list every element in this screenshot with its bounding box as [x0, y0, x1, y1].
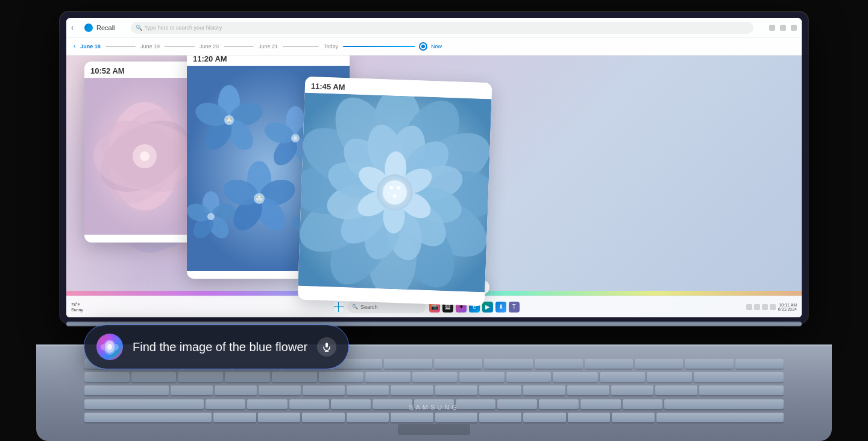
laptop-brand-label: SAMSUNG: [409, 404, 459, 411]
timeline-back-arrow[interactable]: ‹: [74, 43, 75, 49]
key-backtick: [84, 372, 130, 382]
timestamp-1120: 11:20 AM: [187, 56, 350, 66]
start-button[interactable]: [334, 302, 344, 312]
copilot-icon: [96, 334, 123, 360]
search-icon: 🔍: [136, 25, 142, 31]
screenshot-card-1145[interactable]: 11:45 AM: [298, 77, 492, 306]
key-b: [391, 413, 433, 422]
key-m: [479, 413, 521, 422]
svg-rect-91: [326, 343, 328, 347]
key-s: [247, 399, 287, 409]
taskbar-store-icon[interactable]: ⬇: [495, 302, 506, 313]
timeline-date-june18[interactable]: June 18: [80, 43, 101, 49]
svg-point-17: [230, 118, 232, 120]
timeline-current-position: [420, 43, 426, 49]
systray-icon-4: [770, 304, 776, 310]
key-1: [131, 372, 177, 382]
key-r: [303, 385, 345, 395]
key-lshift: [84, 413, 212, 422]
svg-point-33: [257, 197, 259, 198]
systray-icon-3: [762, 304, 768, 310]
maximize-button[interactable]: [780, 25, 786, 31]
start-icon-sq1: [334, 302, 339, 307]
recall-search-bar[interactable]: 🔍 Type here to search your history: [131, 22, 753, 34]
key-6: [365, 372, 410, 382]
timeline-date-today[interactable]: Today: [324, 43, 338, 49]
laptop-screen-frame: ‹ Recall 🔍 Type here to search your hist…: [60, 12, 808, 323]
key-7: [412, 372, 458, 382]
svg-point-41: [207, 213, 215, 220]
key-o: [523, 385, 565, 395]
key-u: [435, 385, 477, 395]
key-9: [506, 372, 552, 382]
systray-icon-1: [746, 304, 752, 310]
key-8: [459, 372, 505, 382]
search-placeholder: Type here to search your history: [145, 25, 222, 31]
svg-point-7: [140, 151, 149, 161]
taskbar-search-icon: 🔍: [352, 304, 358, 309]
screen-display: ‹ Recall 🔍 Type here to search your hist…: [66, 18, 802, 317]
timeline-segment-2: [165, 46, 195, 47]
key-f6: [434, 359, 482, 369]
svg-point-18: [228, 121, 230, 123]
key-equals: [647, 372, 692, 382]
key-j: [456, 399, 495, 409]
svg-point-25: [294, 136, 297, 140]
key-f11: [685, 359, 733, 369]
key-f7: [484, 359, 532, 369]
key-comma: [523, 413, 565, 422]
timeline-date-june21[interactable]: June 21: [259, 43, 278, 49]
key-slash: [612, 413, 654, 422]
key-lbracket: [611, 385, 653, 395]
timeline-date-june20[interactable]: June 20: [200, 43, 219, 49]
key-c: [302, 413, 344, 422]
timeline-segment-3: [224, 46, 254, 47]
taskbar-teams-icon[interactable]: T: [509, 302, 520, 313]
key-f8: [535, 359, 583, 369]
timeline-date-june19[interactable]: June 19: [140, 43, 160, 49]
timeline-segment-blue: [343, 46, 415, 47]
key-y: [391, 385, 433, 395]
system-tray: [746, 304, 776, 310]
key-2: [178, 372, 223, 382]
start-icon-sq4: [339, 307, 344, 312]
voice-mic-button[interactable]: [317, 337, 336, 357]
key-w: [215, 385, 257, 395]
key-enter2: [664, 399, 784, 409]
key-f: [331, 399, 371, 409]
laptop-touchpad[interactable]: [398, 424, 470, 435]
timeline-bar: ‹ June 18 June 19 June 20 June 21 Today …: [66, 37, 802, 56]
taskbar-app5-icon[interactable]: ▶: [482, 302, 493, 313]
key-5: [319, 372, 364, 382]
taskbar-search-placeholder: Search: [360, 304, 378, 310]
minimize-button[interactable]: [769, 25, 775, 31]
voice-search-bar[interactable]: Find the image of the blue flower: [84, 325, 348, 369]
keyboard-row-3: [84, 385, 784, 396]
recall-app-title: Recall: [96, 24, 115, 31]
keyboard-row-2: [84, 372, 784, 382]
laptop-scene: ‹ Recall 🔍 Type here to search your hist…: [0, 0, 868, 441]
key-tab: [84, 385, 169, 395]
voice-search-query: Find the image of the blue flower: [133, 340, 307, 354]
key-period: [568, 413, 610, 422]
svg-point-90: [107, 344, 112, 350]
key-enter: [699, 385, 784, 395]
keyboard-row-5: [84, 412, 784, 423]
svg-point-35: [259, 200, 260, 201]
back-button[interactable]: ‹: [71, 23, 81, 33]
systray-icon-2: [754, 304, 760, 310]
key-rbracket: [655, 385, 697, 395]
key-k: [497, 399, 537, 409]
close-button[interactable]: [791, 25, 797, 31]
key-i: [479, 385, 521, 395]
key-f12: [735, 359, 784, 369]
screenshot-image-1145: [298, 93, 491, 293]
svg-point-34: [260, 197, 262, 198]
recall-chrome: ‹ Recall 🔍 Type here to search your hist…: [66, 18, 802, 37]
key-g: [373, 399, 412, 409]
key-semicolon: [580, 399, 620, 409]
key-0: [553, 372, 598, 382]
key-4: [272, 372, 317, 382]
key-f9: [585, 359, 633, 369]
key-3: [225, 372, 270, 382]
